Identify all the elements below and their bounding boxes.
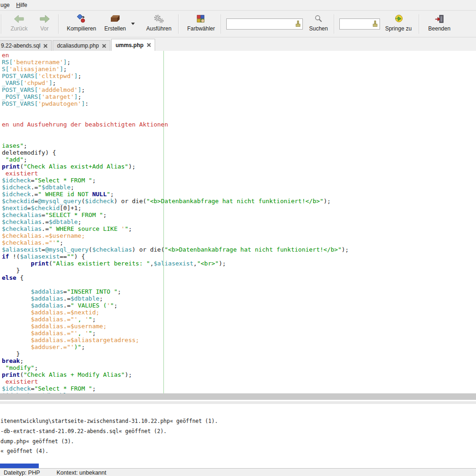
code-line: en	[2, 52, 349, 59]
code-line: else {	[2, 274, 349, 281]
code-line: $idcheck.="$dbtable;	[2, 184, 349, 191]
code-line: $addalias.=$nextid;	[2, 309, 349, 316]
toolbar: Zurück Vor Kompilieren Erstellen	[0, 11, 476, 37]
search-input-box[interactable]	[226, 18, 303, 30]
code-line: $addalias.="', '";	[2, 316, 349, 323]
back-button[interactable]: Zurück	[6, 12, 32, 36]
gears-icon	[153, 13, 164, 24]
back-label: Zurück	[11, 25, 28, 32]
arrow-left-icon	[14, 13, 24, 24]
code-line	[2, 281, 349, 288]
arrow-right-icon	[40, 13, 49, 24]
code-line	[2, 107, 349, 114]
compile-label: Kompilieren	[67, 25, 96, 32]
code-line: $aliasexist=@mysql_query($checkalias) or…	[2, 246, 349, 253]
toolbar-separator	[334, 14, 335, 34]
goto-line-label: Springe zu	[385, 25, 411, 32]
code-lines: enRS['benutzername'];S['alisasjanein'];P…	[2, 52, 349, 393]
statusbar-context: Kontext: unbekannt	[57, 470, 107, 476]
clear-entry-icon[interactable]	[295, 20, 301, 27]
menu-bar: uge Hilfe	[0, 0, 476, 11]
quit-label: Beenden	[428, 25, 451, 32]
tab-label: 9.22-abends.sql	[1, 42, 40, 49]
goto-line-button[interactable]: Springe zu	[381, 12, 416, 36]
code-line: print("Alias existiert bereits: ",$alias…	[2, 260, 349, 267]
status-message: -db-extract-stand-21.09.22-abends.sql« g…	[0, 427, 476, 437]
brick-icon	[110, 13, 120, 24]
status-message-list[interactable]: itenentwicklung\startseite-zwischenstand…	[0, 404, 476, 468]
code-line: POST_VARS['adddelmod'];	[2, 86, 349, 93]
close-icon[interactable]	[43, 44, 48, 48]
goto-line-input-box[interactable]	[339, 18, 380, 30]
code-line: $idcheck="Select * FROM ";	[2, 385, 349, 392]
run-label: Ausführen	[146, 25, 172, 32]
horizontal-scrollbar[interactable]	[0, 393, 476, 400]
forward-label: Vor	[40, 25, 48, 32]
geany-window: { "menu": { "items": [ {"label": "uge"},…	[0, 0, 476, 476]
run-button[interactable]: Ausführen	[142, 12, 176, 36]
code-line	[2, 114, 349, 121]
color-chooser-label: Farbwähler	[187, 25, 215, 32]
exit-door-icon	[435, 13, 444, 24]
code-line: $addalias.=$aliastargetadress;	[2, 337, 349, 343]
build-label: Erstellen	[104, 25, 126, 32]
code-line: if !($aliasexist=="") {	[2, 253, 349, 260]
code-line: "add";	[2, 156, 349, 163]
compile-button[interactable]: Kompilieren	[63, 12, 100, 36]
code-line: $checkalias.=$username;	[2, 232, 349, 239]
tab-label: umms.php	[115, 42, 144, 48]
code-line: $addalias.=$dbtable;	[2, 295, 349, 302]
forward-button[interactable]: Vor	[36, 12, 54, 36]
menu-item-hilfe[interactable]: Hilfe	[13, 1, 30, 9]
search-label: Suchen	[309, 25, 328, 32]
goto-line-input[interactable]	[341, 19, 372, 29]
magnifier-icon	[314, 13, 323, 24]
quit-button[interactable]: Beenden	[424, 12, 455, 36]
status-message: dump.php« geöffnet (3).	[0, 437, 476, 447]
code-line: $addalias.="', '";	[2, 330, 349, 337]
clear-entry-icon[interactable]	[372, 20, 378, 27]
toolbar-separator	[419, 14, 420, 34]
close-icon[interactable]	[147, 43, 151, 47]
statusbar-filetype: Dateityp: PHP	[4, 470, 40, 476]
code-line: en und Ausfuehrung der beabsichtigten Ak…	[2, 121, 349, 128]
code-line: POST_VARS['cltxtpwd'];	[2, 72, 349, 79]
code-line: deletemodify) {	[2, 149, 349, 156]
build-button[interactable]: Erstellen	[100, 12, 130, 36]
jump-to-icon	[394, 13, 403, 24]
search-input[interactable]	[228, 19, 295, 29]
search-button[interactable]: Suchen	[305, 12, 332, 36]
tab-label: dcaliasdump.php	[57, 42, 99, 49]
code-line: $nextid=$checkid[0]+1;	[2, 205, 349, 211]
color-chooser-button[interactable]: Farbwähler	[183, 12, 219, 36]
code-line	[2, 135, 349, 142]
code-editor[interactable]: enRS['benutzername'];S['alisasjanein'];P…	[0, 51, 476, 393]
status-message: « geöffnet (4).	[0, 446, 476, 457]
code-line: }	[2, 267, 349, 274]
toolbar-separator	[221, 14, 222, 34]
tab-umms-php[interactable]: umms.php	[111, 39, 155, 51]
code-line: S['alisasjanein'];	[2, 66, 349, 72]
tab-bar: 9.22-abends.sql dcaliasdump.php umms.php	[0, 37, 476, 51]
code-line: _POST_VARS['atarget'];	[2, 93, 349, 100]
menu-item-werkzeuge[interactable]: uge	[0, 1, 13, 9]
code-line: $checkalias.=" WHERE source LIKE '";	[2, 225, 349, 232]
code-line: iases";	[2, 142, 349, 149]
code-line: $idcheck.=" WHERE id NOT NULL";	[2, 191, 349, 198]
code-line: break;	[2, 357, 349, 364]
status-message: itenentwicklung\startseite-zwischenstand…	[0, 416, 476, 427]
code-line: $idcheck="Select * FROM ";	[2, 177, 349, 184]
toolbar-separator	[1, 14, 2, 34]
code-line: _VARS['chpwd'];	[2, 79, 349, 86]
tab-abends-sql[interactable]: 9.22-abends.sql	[0, 40, 52, 51]
code-line: $checkalias="SELECT * FROM ";	[2, 211, 349, 218]
code-line: POST_VARS['pwdautogen']:	[2, 100, 349, 107]
code-line: "modify";	[2, 364, 349, 371]
code-line: $checkalias.="'";	[2, 239, 349, 246]
code-line: print("Check Alias exist+Add Alias");	[2, 163, 349, 170]
build-dropdown-arrow-icon[interactable]	[131, 23, 135, 25]
code-line: existiert	[2, 170, 349, 177]
tab-dcaliasdump-php[interactable]: dcaliasdump.php	[53, 40, 110, 51]
close-icon[interactable]	[102, 44, 106, 48]
code-line	[2, 128, 349, 135]
